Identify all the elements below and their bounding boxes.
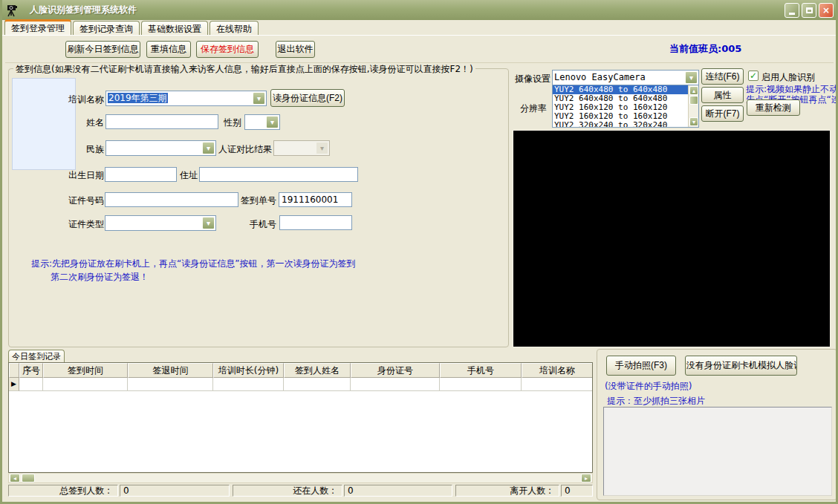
maximize-icon	[806, 7, 813, 13]
ethnicity-combobox[interactable]: ▾	[105, 140, 216, 156]
tab-today-records[interactable]: 今日签到记录	[8, 350, 65, 362]
capture-panel: 手动拍照(F3) 没有身份证刷卡机模拟人脸识别 (没带证件的手动拍照) 提示：至…	[597, 349, 837, 500]
check-icon: ✓	[750, 71, 757, 80]
save-signin-button[interactable]: 保存签到信息	[196, 41, 259, 58]
column-header[interactable]: 培训名称	[522, 363, 592, 378]
column-header[interactable]: 身份证号	[351, 363, 440, 378]
address-field[interactable]	[199, 167, 358, 182]
name-label: 姓名	[24, 117, 104, 129]
total-signin-value: 0	[120, 485, 230, 497]
phone-label: 手机号	[248, 218, 276, 231]
birth-date-label: 出生日期	[24, 169, 104, 182]
minimize-icon	[789, 13, 795, 15]
window-controls: ×	[785, 3, 834, 18]
close-button[interactable]: ×	[819, 3, 834, 18]
capture-note2: 提示：至少抓拍三张相片	[607, 395, 705, 408]
camera-device-combobox[interactable]: Lenovo EasyCamera ▾	[552, 70, 699, 85]
table-row[interactable]: ▶	[9, 378, 592, 391]
scroll-left-icon[interactable]: ◂	[10, 474, 20, 482]
address-label: 住址	[178, 169, 198, 182]
left-count-value: 0	[561, 485, 593, 497]
signin-group-title: 签到信息(如果没有二代证刷卡机请直接输入来访客人信息，输好后直接点上面的保存按钮…	[13, 63, 475, 76]
gender-combobox[interactable]: ▾	[244, 114, 280, 130]
training-name-value: 2019年第三期	[108, 93, 168, 103]
left-count-label: 离开人数 :	[455, 485, 559, 497]
present-count-label: 还在人数 :	[233, 485, 342, 497]
signin-hint-line2: 第二次刷身份证为签退！	[51, 271, 149, 284]
title-bar: 人脸识别签到管理系统软件 ×	[0, 0, 838, 20]
tab-base-data-settings[interactable]: 基础数据设置	[141, 21, 208, 35]
minimize-button[interactable]	[785, 3, 799, 18]
scrollbar-thumb[interactable]	[689, 96, 698, 105]
resolution-label: 分辨率	[520, 102, 550, 115]
tab-record-query[interactable]: 签到记录查询	[73, 21, 140, 35]
window-title: 人脸识别签到管理系统软件	[30, 4, 137, 16]
disconnect-button[interactable]: 断开(F7)	[701, 105, 744, 122]
id-type-combobox[interactable]: ▾	[105, 215, 216, 231]
id-number-label: 证件号码	[24, 194, 104, 207]
camera-device-value: Lenovo EasyCamera	[554, 72, 683, 83]
training-name-label: 培训名称	[24, 94, 104, 106]
face-recognition-checkbox[interactable]: ✓	[748, 71, 759, 81]
simulate-face-recognition-button[interactable]: 没有身份证刷卡机模拟人脸识别	[685, 356, 797, 376]
current-operator-text: 当前值班员:005	[669, 42, 741, 56]
redetect-button[interactable]: 重新检测	[747, 99, 800, 116]
signin-serial-field[interactable]: 1911160001	[279, 192, 352, 207]
scrollbar-thumb[interactable]	[22, 474, 35, 482]
chevron-down-icon[interactable]: ▾	[202, 217, 215, 229]
signin-info-groupbox: 签到信息(如果没有二代证刷卡机请直接输入来访客人信息，输好后直接点上面的保存按钮…	[8, 68, 509, 347]
scroll-up-icon[interactable]: ▴	[689, 86, 698, 95]
camera-tripod-icon	[4, 3, 19, 18]
tab-signin-management[interactable]: 签到登录管理	[4, 19, 71, 35]
face-recognition-checkbox-label: 启用人脸识别	[761, 71, 815, 84]
column-header[interactable]: 手机号	[440, 363, 522, 378]
gender-label: 性别	[221, 117, 241, 129]
ethnicity-label: 民族	[24, 143, 104, 156]
face-compare-result-label: 人证对比结果	[217, 143, 272, 156]
signin-hint-line1: 提示:先把身份证放在刷卡机上，再点“读身份证信息”按钮，第一次读身份证为签到	[31, 258, 355, 270]
chevron-down-icon[interactable]: ▾	[266, 116, 279, 128]
main-tabstrip: 签到登录管理 签到记录查询 基础数据设置 在线帮助	[2, 20, 836, 36]
signin-records-table: 序号 签到时间 签退时间 培训时长(分钟) 签到人姓名 身份证号 手机号 培训名…	[8, 362, 593, 473]
column-header[interactable]: 签退时间	[128, 363, 213, 378]
row-selector-icon: ▶	[9, 378, 19, 391]
name-field[interactable]	[105, 114, 218, 129]
maximize-button[interactable]	[802, 3, 816, 18]
phone-field[interactable]	[279, 215, 352, 230]
training-name-combobox[interactable]: 2019年第三期 ▾	[105, 91, 267, 106]
scroll-right-icon[interactable]: ▸	[581, 474, 591, 482]
resolution-listbox[interactable]: YUY2 640x480 to 640x480 YUY2 640x480 to …	[552, 85, 699, 128]
capture-note1: (没带证件的手动拍照)	[605, 380, 692, 393]
id-type-label: 证件类型	[24, 218, 104, 231]
camera-device-label: 摄像设置	[515, 73, 550, 85]
refresh-today-signin-button[interactable]: 刷新今日签到信息	[65, 41, 140, 58]
total-signin-label: 总签到人数 :	[8, 485, 118, 497]
id-number-field[interactable]	[105, 192, 238, 207]
chevron-down-icon[interactable]: ▾	[685, 71, 698, 84]
exit-software-button[interactable]: 退出软件	[276, 41, 315, 58]
column-header[interactable]: 培训时长(分钟)	[213, 363, 284, 378]
chevron-down-icon[interactable]: ▾	[202, 142, 215, 154]
chevron-down-icon[interactable]: ▾	[253, 92, 265, 105]
table-horizontal-scrollbar[interactable]: ◂ ▸	[8, 473, 593, 483]
face-compare-result-combobox: ▾	[273, 140, 330, 156]
connect-button[interactable]: 连结(F6)	[701, 68, 744, 85]
camera-video-preview	[513, 130, 831, 347]
column-header[interactable]: 签到人姓名	[284, 363, 351, 378]
refill-info-button[interactable]: 重填信息	[146, 41, 191, 58]
column-header[interactable]: 序号	[19, 363, 43, 378]
tab-online-help[interactable]: 在线帮助	[210, 21, 259, 35]
resolution-scrollbar[interactable]: ▴ ▾	[688, 85, 698, 127]
close-icon: ×	[822, 6, 830, 15]
manual-capture-button[interactable]: 手动拍照(F3)	[606, 356, 676, 376]
resolution-option[interactable]: YUY2 320x240 to 320x240	[553, 121, 698, 128]
chevron-down-icon: ▾	[316, 142, 328, 154]
properties-button[interactable]: 属性	[701, 87, 744, 103]
app-window: 人脸识别签到管理系统软件 × 签到登录管理 签到记录查询 基础数据设置 在线帮助…	[0, 0, 838, 504]
read-id-card-button[interactable]: 读身份证信息(F2)	[270, 89, 345, 107]
scroll-down-icon[interactable]: ▾	[689, 117, 698, 126]
column-header[interactable]: 签到时间	[43, 363, 128, 378]
selector-column-header	[9, 363, 19, 378]
present-count-value: 0	[344, 485, 452, 497]
birth-date-field[interactable]	[105, 167, 177, 182]
